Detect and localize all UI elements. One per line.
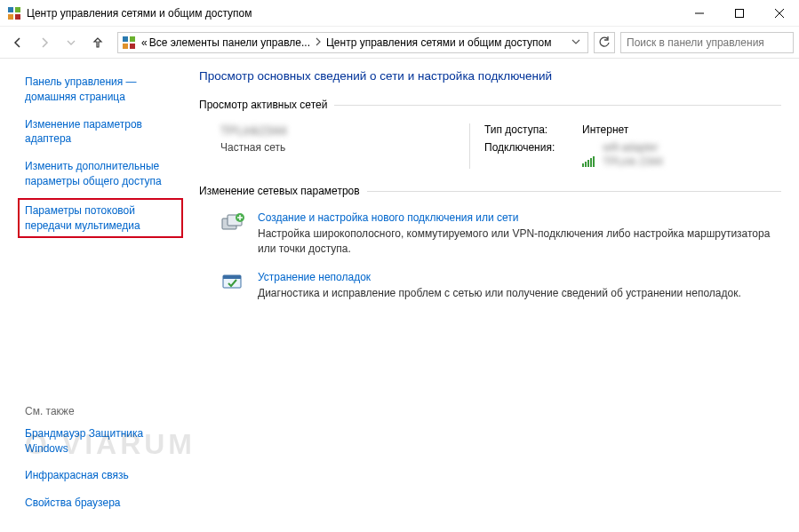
task-new-connection-link[interactable]: Создание и настройка нового подключения … [258, 211, 519, 224]
task-troubleshoot-desc: Диагностика и исправление проблем с сеть… [258, 286, 741, 301]
svg-rect-23 [223, 275, 241, 279]
task-new-connection-desc: Настройка широкополосного, коммутируемог… [258, 226, 781, 257]
task-troubleshoot-link[interactable]: Устранение неполадок [258, 271, 371, 283]
active-networks-header: Просмотр активных сетей [199, 99, 781, 111]
forward-button[interactable] [32, 30, 57, 55]
minimize-button[interactable] [679, 0, 719, 27]
titlebar: Центр управления сетями и общим доступом [0, 0, 799, 27]
svg-rect-16 [593, 156, 595, 167]
window-controls [679, 0, 799, 27]
address-icon [122, 36, 136, 50]
network-details: Тип доступа: Интернет Подключения: [469, 123, 663, 169]
new-connection-icon [220, 211, 245, 233]
page-heading: Просмотр основных сведений о сети и наст… [199, 69, 781, 83]
sidebar-link-home[interactable]: Панель управления — домашняя страница [25, 75, 176, 105]
svg-rect-13 [585, 162, 587, 167]
divider [334, 105, 781, 106]
maximize-button[interactable] [719, 0, 759, 27]
app-icon [7, 6, 21, 20]
network-type: Частная сеть [220, 141, 469, 154]
address-dropdown-icon[interactable] [566, 36, 586, 49]
svg-rect-1 [15, 7, 20, 12]
recent-dropdown[interactable] [59, 30, 84, 55]
connections-label: Подключения: [484, 141, 582, 154]
access-type-value: Интернет [582, 123, 663, 136]
see-also-firewall[interactable]: Брандмауэр Защитника Windows [25, 426, 176, 457]
sidebar: Панель управления — домашняя страница Из… [0, 59, 188, 532]
svg-rect-10 [123, 44, 128, 49]
see-also: См. также Брандмауэр Защитника Windows И… [25, 405, 176, 523]
see-also-browser[interactable]: Свойства браузера [25, 496, 176, 511]
sidebar-link-highlight: Параметры потоковой передачи мультимедиа [18, 198, 183, 239]
connections-value[interactable]: wifi-adapter TPLink 2344 [582, 141, 663, 169]
change-settings-header: Изменение сетевых параметров [199, 185, 781, 197]
back-button[interactable] [5, 30, 30, 55]
svg-rect-0 [8, 7, 13, 12]
troubleshoot-icon [220, 271, 245, 292]
active-networks-label: Просмотр активных сетей [199, 99, 327, 111]
active-network-row: TPLink2344 Частная сеть Тип доступа: Инт… [199, 122, 781, 185]
svg-rect-12 [582, 163, 584, 167]
connection-name-blurred: wifi-adapter TPLink 2344 [603, 141, 662, 169]
window-title: Центр управления сетями и общим доступом [27, 7, 252, 20]
breadcrumb-prefix: « [141, 36, 148, 49]
access-type-label: Тип доступа: [484, 123, 582, 136]
svg-rect-15 [590, 158, 592, 167]
change-settings-label: Изменение сетевых параметров [199, 185, 360, 197]
sidebar-link-media-streaming[interactable]: Параметры потоковой передачи мультимедиа [25, 203, 176, 234]
navbar: « Все элементы панели управле... Центр у… [0, 27, 799, 59]
address-bar[interactable]: « Все элементы панели управле... Центр у… [117, 32, 588, 53]
svg-rect-9 [130, 36, 135, 42]
breadcrumb-current[interactable]: Центр управления сетями и общим доступом [326, 36, 552, 49]
network-name: TPLink2344 [220, 123, 469, 138]
refresh-button[interactable] [594, 32, 615, 53]
body: Панель управления — домашняя страница Из… [0, 59, 799, 532]
svg-rect-5 [735, 9, 743, 17]
task-troubleshoot: Устранение неполадок Диагностика и испра… [199, 267, 781, 312]
task-text: Устранение неполадок Диагностика и испра… [258, 271, 741, 301]
svg-rect-3 [15, 14, 20, 20]
network-identity: TPLink2344 Частная сеть [220, 123, 469, 169]
breadcrumb-chevron-icon[interactable] [312, 36, 324, 49]
svg-rect-14 [587, 160, 589, 167]
svg-rect-11 [130, 44, 135, 49]
breadcrumb-parent[interactable]: Все элементы панели управле... [149, 36, 310, 49]
close-button[interactable] [759, 0, 799, 27]
wifi-signal-icon [582, 156, 595, 167]
up-button[interactable] [85, 30, 110, 55]
sidebar-link-sharing[interactable]: Изменить дополнительные параметры общего… [25, 159, 176, 189]
svg-rect-2 [8, 14, 13, 20]
see-also-label: См. также [25, 405, 176, 417]
task-new-connection: Создание и настройка нового подключения … [199, 208, 781, 267]
main-content: Просмотр основных сведений о сети и наст… [188, 59, 799, 532]
task-text: Создание и настройка нового подключения … [258, 211, 781, 257]
divider [367, 191, 781, 192]
svg-rect-8 [123, 36, 128, 42]
search-input[interactable] [620, 32, 794, 53]
see-also-infrared[interactable]: Инфракрасная связь [25, 468, 176, 483]
sidebar-link-adapter[interactable]: Изменение параметров адаптера [25, 117, 176, 147]
